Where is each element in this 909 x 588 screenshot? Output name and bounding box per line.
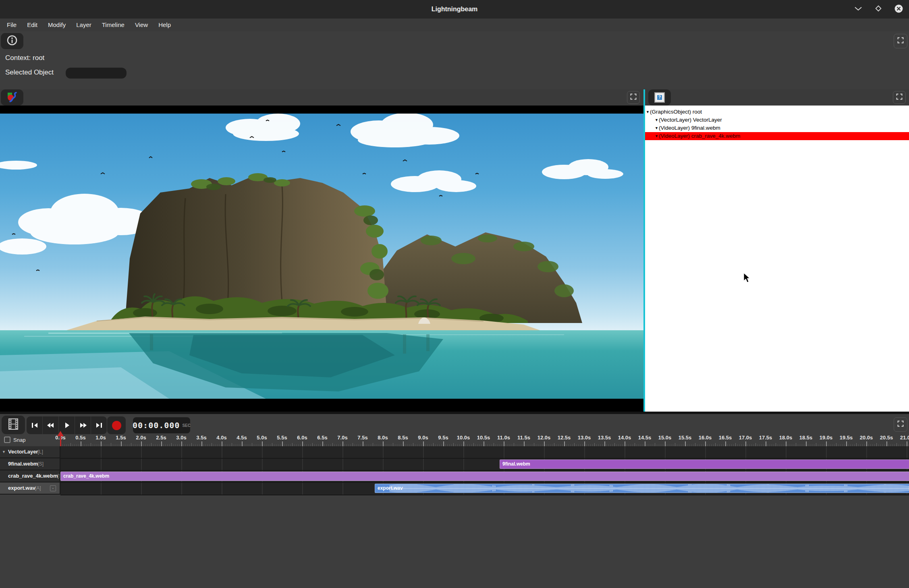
stage-canvas[interactable] [0,106,643,412]
selected-object-input[interactable] [66,68,127,79]
minimize-button[interactable] [853,4,863,14]
ruler-tick [614,443,615,446]
ruler-tick [111,443,111,446]
ruler-tick [524,441,525,446]
expand-icon [897,37,904,45]
timeline-fullscreen-button[interactable] [894,417,907,432]
ruler-tick [604,441,605,446]
menu-help[interactable]: Help [153,19,176,31]
track-option-box[interactable]: - [50,485,56,491]
clip-export.wav[interactable]: export.wav [375,484,909,493]
ruler-label-19.5s: 19.5s [840,435,853,441]
ruler-label-1.0s: 1.0s [95,435,106,441]
expand-icon [896,93,903,101]
rewind-icon [46,422,55,429]
record-button[interactable] [107,416,126,434]
film-strip-icon [8,418,19,432]
track-label-VectorLayer[interactable]: ▼VectorLayer[L] [0,446,60,458]
info-panel-button[interactable] [1,33,23,49]
chevron-down-icon [854,6,863,13]
timeline-ruler[interactable]: Snap 0.0s0.5s1.0s1.5s2.0s2.5s3.0s3.5s4.0… [0,434,909,446]
ruler-tick [292,443,293,446]
track-label-crab_rave_4k.webm[interactable]: crab_rave_4k.webm[S] [0,470,60,482]
clip-crab_rave_4k.webm[interactable]: crab_rave_4k.webm [60,472,909,481]
tree-item-3[interactable]: ▼(VideoLayer) crab_rave_4k.webm [645,132,909,140]
stage-tools-button[interactable] [1,89,23,106]
close-button[interactable] [894,4,903,14]
ruler-label-2.0s: 2.0s [136,435,146,441]
ruler-label-16.5s: 16.5s [719,435,732,441]
ruler-label-20.0s: 20.0s [860,435,873,441]
ruler-label-1.5s: 1.5s [116,435,126,441]
ruler-tick [71,443,71,446]
ruler-label-18.5s: 18.5s [799,435,813,441]
skip-end-button[interactable] [91,416,107,434]
app-window: Lightningbeam FileEditModifyLayerTimelin… [0,0,909,588]
tree-item-2[interactable]: ▼(VideoLayer) 9final.webm [645,124,909,132]
ruler-tick [544,441,545,446]
ruler-tick [745,441,746,446]
selected-object-label: Selected Object [5,68,54,77]
snap-checkbox[interactable] [4,437,10,443]
playhead-handle[interactable] [57,431,64,436]
menu-view[interactable]: View [130,19,153,31]
stage-fullscreen-button[interactable] [627,91,640,104]
ruler-label-14.5s: 14.5s [638,435,652,441]
timeline-settings-button[interactable] [2,416,25,434]
tree-item-0[interactable]: ▼(GraphicsObject) root [645,108,909,116]
ruler-tick [453,443,454,446]
ruler-label-11.5s: 11.5s [517,435,530,441]
transport-controls [27,416,107,434]
tree-item-1[interactable]: ▼(VectorLayer) VectorLayer [645,116,909,124]
ruler-tick [161,441,162,446]
track-label-export.wav[interactable]: export.wav[A]- [0,482,60,495]
ruler-tick [91,443,91,446]
menu-modify[interactable]: Modify [43,19,71,31]
ruler-label-9.0s: 9.0s [418,435,428,441]
ruler-label-4.0s: 4.0s [216,435,226,441]
ruler-tick [776,443,776,446]
play-icon [62,422,71,429]
ruler-tick [342,441,343,446]
ruler-label-17.5s: 17.5s [759,435,772,441]
inspector-fullscreen-button[interactable] [894,34,907,48]
track-label-9final.webm[interactable]: 9final.webm[S] [0,458,60,470]
ruler-label-12.0s: 12.0s [538,435,551,441]
ruler-tick [212,443,212,446]
tree-fullscreen-button[interactable] [893,91,906,104]
ruler-tick [755,443,756,446]
ruler-tick [473,443,474,446]
menu-file[interactable]: File [2,19,22,31]
time-unit-label: SEC [182,423,191,428]
ruler-label-5.0s: 5.0s [257,435,267,441]
ruler-tick [665,441,666,446]
ruler-tick [242,441,243,446]
menu-timeline[interactable]: Timeline [97,19,130,31]
ruler-tick [272,443,272,446]
ruler-tick [363,441,363,446]
ruler-tick [584,441,585,446]
tree-panel-button[interactable]: ? [648,89,671,106]
skip-start-button[interactable] [27,416,43,434]
ruler-tick [81,441,81,446]
ruler-tick [181,441,182,446]
menu-layer[interactable]: Layer [71,19,97,31]
rewind-button[interactable] [43,416,59,434]
ruler-tick [201,441,202,446]
ruler-tick [685,441,686,446]
maximize-button[interactable] [874,4,883,14]
fast-forward-button[interactable] [75,416,91,434]
collapse-triangle-icon[interactable]: ▼ [2,446,6,458]
object-tree: ▼(GraphicsObject) root▼(VectorLayer) Vec… [645,106,909,412]
ruler-label-2.5s: 2.5s [156,435,166,441]
menu-edit[interactable]: Edit [22,19,43,31]
clip-9final.webm[interactable]: 9final.webm [500,460,909,469]
ruler-tick [403,441,404,446]
window-controls [853,0,903,19]
ruler-label-3.5s: 3.5s [196,435,206,441]
ruler-tick [393,443,393,446]
ruler-tick [897,443,897,446]
ruler-tick [262,441,263,446]
ruler-tick [282,441,283,446]
tree-header: ? [645,89,909,106]
